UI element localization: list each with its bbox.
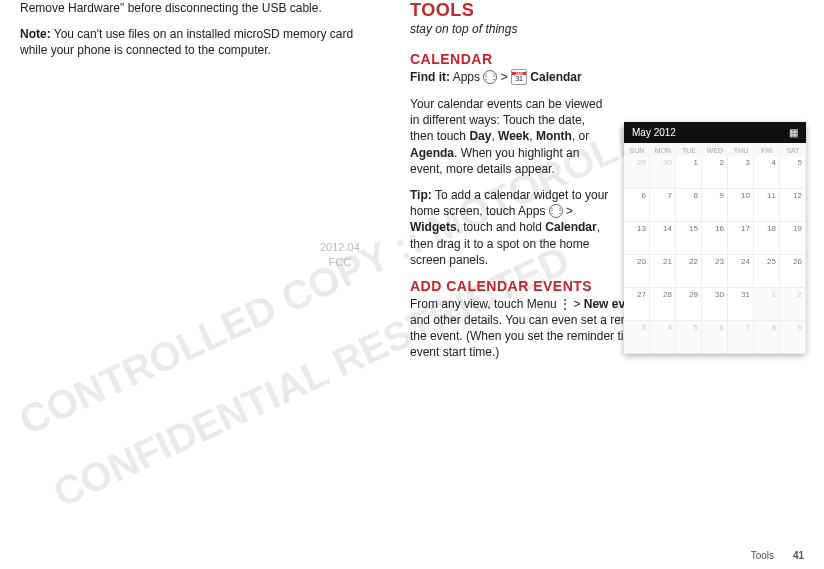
tip-a: To add a calendar widget to your home sc… bbox=[410, 188, 608, 218]
calendar-day-cell[interactable]: 30 bbox=[650, 156, 676, 189]
calendar-dow-cell: MON bbox=[650, 143, 676, 156]
calendar-day-cell[interactable]: 15 bbox=[676, 222, 702, 255]
calendar-day-cell[interactable]: 12 bbox=[780, 189, 806, 222]
widgets-bold: Widgets bbox=[410, 220, 457, 234]
calendar-day-cell[interactable]: 10 bbox=[728, 189, 754, 222]
apps-icon-2: ⋮⋮ bbox=[549, 204, 563, 218]
tip-label: Tip: bbox=[410, 188, 432, 202]
calendar-day-cell[interactable]: 6 bbox=[624, 189, 650, 222]
calendar-dow-cell: SUN bbox=[624, 143, 650, 156]
calendar-day-cell[interactable]: 17 bbox=[728, 222, 754, 255]
calendar-day-cell[interactable]: 11 bbox=[754, 189, 780, 222]
tip-paragraph: Tip: To add a calendar widget to your ho… bbox=[410, 187, 610, 268]
calendar-title: May 2012 bbox=[632, 127, 676, 138]
calendar-day-cell[interactable]: 4 bbox=[754, 156, 780, 189]
left-p1-text: Remove Hardware" before disconnecting th… bbox=[20, 1, 322, 15]
calendar-icon: JAN31 bbox=[511, 69, 527, 85]
calendar-day-cell[interactable]: 22 bbox=[676, 255, 702, 288]
calendar-day-cell[interactable]: 26 bbox=[780, 255, 806, 288]
findit-a: Apps bbox=[450, 70, 483, 84]
find-it-line: Find it: Apps ⋮⋮ > JAN31 Calendar bbox=[410, 69, 610, 86]
week-bold: Week bbox=[498, 129, 529, 143]
calendar-day-cell[interactable]: 9 bbox=[702, 189, 728, 222]
calendar-day-cell[interactable]: 31 bbox=[728, 288, 754, 321]
calendar-day-cell[interactable]: 24 bbox=[728, 255, 754, 288]
left-note: Note: You can't use files on an installe… bbox=[20, 26, 380, 58]
calendar-grid: 2930123456789101112131415161718192021222… bbox=[624, 156, 806, 354]
calendar-day-cell[interactable]: 8 bbox=[676, 189, 702, 222]
calendar-day-cell[interactable]: 18 bbox=[754, 222, 780, 255]
c2: , bbox=[529, 129, 536, 143]
page: Remove Hardware" before disconnecting th… bbox=[0, 0, 824, 569]
menu-icon: ⋮ bbox=[560, 297, 570, 311]
findit-label: Find it: bbox=[410, 70, 450, 84]
calendar-day-cell[interactable]: 23 bbox=[702, 255, 728, 288]
tip-c: , touch and hold bbox=[457, 220, 546, 234]
calendar-day-cell[interactable]: 4 bbox=[650, 321, 676, 354]
calendar-dow-cell: SAT bbox=[780, 143, 806, 156]
calendar-day-cell[interactable]: 7 bbox=[650, 189, 676, 222]
calendar-day-cell[interactable]: 8 bbox=[754, 321, 780, 354]
calendar-dow-cell: WED bbox=[702, 143, 728, 156]
calendar-heading: CALENDAR bbox=[410, 51, 800, 67]
calendar-dow-cell: THU bbox=[728, 143, 754, 156]
calendar-day-cell[interactable]: 5 bbox=[676, 321, 702, 354]
calendar-bold: Calendar bbox=[545, 220, 596, 234]
calendar-day-cell[interactable]: 29 bbox=[676, 288, 702, 321]
calendar-day-cell[interactable]: 5 bbox=[780, 156, 806, 189]
calendar-dow-cell: TUE bbox=[676, 143, 702, 156]
add-b: > bbox=[570, 297, 584, 311]
apps-icon: ⋮⋮ bbox=[483, 70, 497, 84]
right-column: TOOLS stay on top of things CALENDAR Fin… bbox=[410, 0, 800, 539]
calendar-day-cell[interactable]: 7 bbox=[728, 321, 754, 354]
view-paragraph: Your calendar events can be viewed in di… bbox=[410, 96, 610, 177]
calendar-day-cell[interactable]: 28 bbox=[650, 288, 676, 321]
left-column: Remove Hardware" before disconnecting th… bbox=[20, 0, 410, 539]
tools-heading: TOOLS bbox=[410, 0, 800, 21]
tip-b: > bbox=[563, 204, 573, 218]
calendar-header: May 2012 ▦ bbox=[624, 122, 806, 143]
add-events-heading: ADD CALENDAR EVENTS bbox=[410, 278, 610, 294]
findit-b: > bbox=[497, 70, 511, 84]
calendar-header-icon: ▦ bbox=[789, 127, 798, 138]
left-paragraph-1: Remove Hardware" before disconnecting th… bbox=[20, 0, 380, 16]
calendar-day-cell[interactable]: 16 bbox=[702, 222, 728, 255]
calendar-day-cell[interactable]: 9 bbox=[780, 321, 806, 354]
calendar-day-cell[interactable]: 2 bbox=[780, 288, 806, 321]
calendar-day-cell[interactable]: 3 bbox=[624, 321, 650, 354]
calendar-day-cell[interactable]: 1 bbox=[676, 156, 702, 189]
month-bold: Month bbox=[536, 129, 572, 143]
add-a: From any view, touch Menu bbox=[410, 297, 560, 311]
note-label: Note: bbox=[20, 27, 51, 41]
day-bold: Day bbox=[469, 129, 491, 143]
calendar-day-cell[interactable]: 25 bbox=[754, 255, 780, 288]
tools-subtitle: stay on top of things bbox=[410, 21, 800, 37]
calendar-day-cell[interactable]: 1 bbox=[754, 288, 780, 321]
agenda-bold: Agenda bbox=[410, 146, 454, 160]
calendar-day-cell[interactable]: 29 bbox=[624, 156, 650, 189]
note-text: You can't use files on an installed micr… bbox=[20, 27, 353, 57]
calendar-day-cell[interactable]: 30 bbox=[702, 288, 728, 321]
calendar-dow-row: SUNMONTUEWEDTHUFRISAT bbox=[624, 143, 806, 156]
findit-c: Calendar bbox=[527, 70, 582, 84]
calendar-day-cell[interactable]: 14 bbox=[650, 222, 676, 255]
calendar-day-cell[interactable]: 27 bbox=[624, 288, 650, 321]
calendar-day-cell[interactable]: 2 bbox=[702, 156, 728, 189]
c3: , or bbox=[572, 129, 589, 143]
calendar-widget: May 2012 ▦ SUNMONTUEWEDTHUFRISAT 2930123… bbox=[624, 122, 806, 354]
calendar-day-cell[interactable]: 3 bbox=[728, 156, 754, 189]
calendar-day-cell[interactable]: 6 bbox=[702, 321, 728, 354]
calendar-day-cell[interactable]: 20 bbox=[624, 255, 650, 288]
calendar-day-cell[interactable]: 21 bbox=[650, 255, 676, 288]
calendar-day-cell[interactable]: 19 bbox=[780, 222, 806, 255]
calendar-text-wrap: Find it: Apps ⋮⋮ > JAN31 Calendar Your c… bbox=[410, 69, 610, 294]
calendar-dow-cell: FRI bbox=[754, 143, 780, 156]
calendar-day-cell[interactable]: 13 bbox=[624, 222, 650, 255]
